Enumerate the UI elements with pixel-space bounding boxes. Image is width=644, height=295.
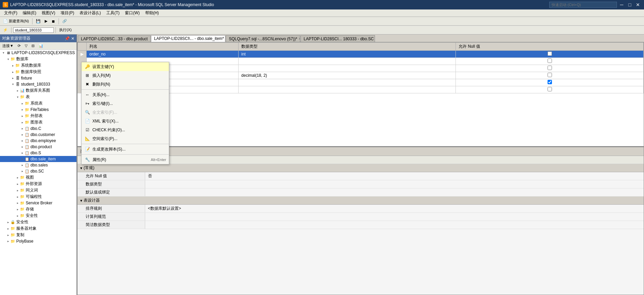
tree-expander-24[interactable]: ▸ (16, 201, 20, 205)
toolbar-icon-4[interactable]: 🔗 (61, 18, 69, 24)
prop-value-0-0[interactable]: 否 (145, 172, 644, 180)
tree-expander-17[interactable]: ▸ (20, 157, 24, 161)
tree-expander-2[interactable]: ▸ (11, 64, 15, 68)
tree-item-15[interactable]: ▸📋dbo.product (0, 144, 76, 150)
tree-expander-27[interactable]: ▸ (6, 220, 10, 224)
minimize-button[interactable]: ─ (618, 2, 625, 7)
oe-pin-icon[interactable]: 📌 (65, 36, 70, 41)
ctx-item-6[interactable]: 📄XML 索引(X)... (82, 117, 169, 126)
tree-expander-6[interactable]: ▸ (16, 89, 20, 93)
tree-expander-18[interactable]: ▸ (20, 163, 24, 167)
allow-null-checkbox-0[interactable] (548, 51, 552, 56)
tree-item-20[interactable]: ▸📁视图 (0, 174, 76, 181)
menu-item-编辑E[interactable]: 编辑(E) (20, 9, 39, 17)
oe-refresh-button[interactable]: ⟳ (16, 43, 22, 49)
tree-item-2[interactable]: ▸📁系统数据库 (0, 62, 76, 69)
ctx-item-7[interactable]: ☑CHECK 约束(O)... (82, 126, 169, 134)
tree-item-22[interactable]: ▸📁同义词 (0, 187, 76, 194)
menu-item-窗口W[interactable]: 窗口(W) (122, 9, 142, 17)
ctx-item-1[interactable]: ⊞插入列(M) (82, 71, 169, 80)
tree-expander-26[interactable]: ▸ (16, 214, 20, 218)
data-type-cell-0[interactable]: int (239, 51, 456, 58)
ctx-item-8[interactable]: 📐空间索引(P)... (82, 134, 169, 143)
tree-item-23[interactable]: ▸📁可编程性 (0, 194, 76, 200)
ctx-item-3[interactable]: ↔关系(H)... (82, 90, 169, 99)
tree-item-5[interactable]: ▾🗄student_180333 (0, 81, 76, 87)
tree-item-29[interactable]: ▸📁复制 (0, 232, 76, 238)
tab-1[interactable]: LAPTOP-LID28SCI\... - dbo.sale_item*✕ (151, 35, 225, 42)
tree-item-16[interactable]: ▸📋dbo.S (0, 150, 76, 156)
tab-close-2[interactable]: ✕ (298, 37, 300, 41)
tree-item-21[interactable]: ▸📁外部资源 (0, 181, 76, 187)
maximize-button[interactable]: □ (626, 2, 633, 7)
tree-expander-8[interactable]: ▸ (20, 101, 24, 106)
data-type-cell-3[interactable]: decimal(18, 2) (239, 72, 456, 79)
tab-2[interactable]: SQLQuery7.sql -...8SCI\Lenovo (57))*✕ (226, 35, 300, 42)
tree-item-0[interactable]: ▾🖥LAPTOP-LID28SCI\SQLEXPRESS (0, 50, 76, 56)
menu-item-表设计器L[interactable]: 表设计器(L) (77, 9, 104, 17)
prop-section-header-0[interactable]: ▾ (常规) (77, 164, 644, 172)
tree-expander-20[interactable]: ▸ (16, 176, 20, 180)
menu-item-帮助H[interactable]: 帮助(H) (142, 9, 162, 17)
data-type-cell-2[interactable] (239, 65, 456, 72)
tree-expander-12[interactable]: ▸ (20, 127, 24, 131)
toolbar-icon-3[interactable]: ⏹ (50, 18, 57, 24)
data-type-cell-5[interactable] (239, 86, 456, 93)
allow-null-checkbox-5[interactable] (548, 87, 552, 91)
close-button[interactable]: ✕ (635, 2, 641, 7)
tree-expander-15[interactable]: ▸ (20, 145, 24, 149)
tree-item-14[interactable]: ▸📋dbo.employee (0, 138, 76, 144)
tree-item-18[interactable]: ▸📋dbo.sales (0, 162, 76, 168)
data-type-cell-4[interactable] (239, 79, 456, 86)
tree-item-6[interactable]: ▸📊数据库关系图 (0, 87, 76, 94)
toolbar-icon-2[interactable]: ▶ (43, 18, 49, 24)
tree-expander-10[interactable]: ▸ (20, 114, 24, 118)
ctx-item-4[interactable]: 🗝索引/键(I)... (82, 99, 169, 108)
data-type-cell-1[interactable] (239, 58, 456, 65)
prop-value-1-2[interactable] (145, 221, 644, 229)
col-name-cell-0[interactable]: order_no (87, 51, 239, 58)
tree-item-9[interactable]: ▸📁FileTables (0, 107, 76, 113)
tree-expander-22[interactable]: ▸ (16, 188, 20, 192)
tree-expander-25[interactable]: ▸ (16, 207, 20, 211)
menu-item-项目P[interactable]: 项目(P) (58, 9, 77, 17)
prop-value-1-0[interactable]: <数据库默认设置> (145, 205, 644, 212)
allow-null-checkbox-2[interactable] (548, 66, 552, 70)
tree-item-24[interactable]: ▸📁Service Broker (0, 200, 76, 206)
menu-item-视图V[interactable]: 视图(V) (39, 9, 58, 17)
new-query-button[interactable]: 📄 新建查询(N) (1, 18, 30, 25)
prop-value-0-2[interactable] (145, 188, 644, 196)
tree-item-1[interactable]: ▾📁数据库 (0, 56, 76, 62)
oe-filter-button[interactable]: ▽ (23, 43, 29, 49)
allow-null-checkbox-1[interactable] (548, 59, 552, 63)
oe-report-button[interactable]: 📊 (37, 43, 45, 49)
oe-collapse-button[interactable]: ⊟ (30, 43, 36, 49)
tree-expander-16[interactable]: ▸ (20, 151, 24, 155)
prop-value-1-1[interactable] (145, 213, 644, 221)
tree-item-30[interactable]: ▸📁PolyBase (0, 238, 76, 244)
tree-item-3[interactable]: ▸📁数据库快照 (0, 69, 76, 75)
tree-expander-11[interactable]: ▸ (20, 120, 24, 124)
database-selector[interactable] (13, 27, 54, 33)
toolbar-icon-1[interactable]: 💾 (34, 18, 42, 24)
tree-item-10[interactable]: ▸📁外部表 (0, 113, 76, 119)
tree-item-11[interactable]: ▸📁图形表 (0, 119, 76, 126)
allow-null-checkbox-3[interactable] (548, 73, 552, 77)
tree-expander-23[interactable]: ▸ (16, 195, 20, 199)
tree-item-12[interactable]: ▸📋dbo.C (0, 126, 76, 132)
tree-item-4[interactable]: ▸🗄fixture (0, 75, 76, 81)
ctx-item-0[interactable]: 🔑设置主键(Y) (82, 62, 169, 71)
tree-expander-21[interactable]: ▸ (16, 182, 20, 186)
toolbar2-icon-1[interactable]: ⚡ (1, 27, 9, 33)
tree-item-26[interactable]: ▸📁安全性 (0, 212, 76, 219)
design-row-0[interactable]: ▶order_noint (78, 51, 644, 58)
tree-expander-3[interactable]: ▸ (11, 70, 15, 74)
prop-value-0-1[interactable] (145, 180, 644, 188)
tree-item-25[interactable]: ▸📁存储 (0, 206, 76, 212)
allow-null-checkbox-4[interactable] (548, 80, 552, 84)
tree-expander-0[interactable]: ▾ (1, 51, 5, 55)
tree-expander-9[interactable]: ▸ (20, 108, 24, 112)
prop-section-header-1[interactable]: ▾ 表设计器 (77, 197, 644, 205)
tree-item-28[interactable]: ▸📁服务器对象 (0, 225, 76, 232)
quick-search-input[interactable] (549, 2, 617, 8)
